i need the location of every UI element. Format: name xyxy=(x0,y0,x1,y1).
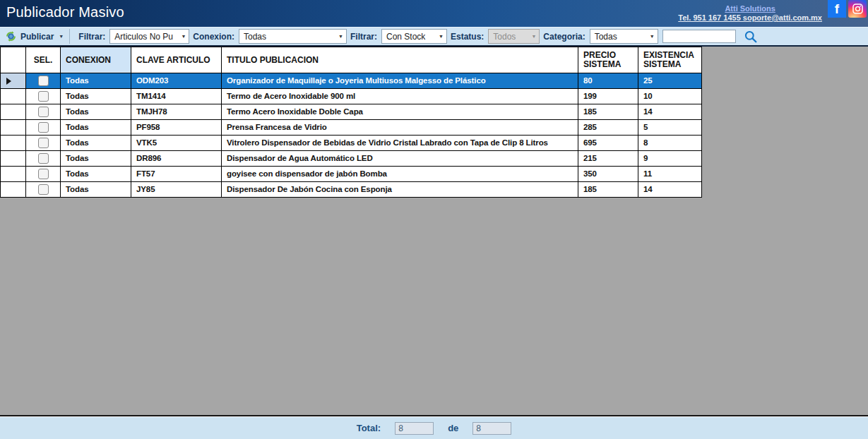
header-existencia-sistema[interactable]: EXISTENCIA SISTEMA xyxy=(638,47,702,73)
row-checkbox[interactable] xyxy=(38,138,49,148)
row-checkbox[interactable] xyxy=(38,169,49,179)
titlebar: Publicador Masivo Atti Solutions Tel. 95… xyxy=(0,0,868,27)
table-row[interactable]: TodasODM203Organizador de Maquillaje o J… xyxy=(1,73,702,89)
publish-button[interactable]: Publicar ▼ xyxy=(4,30,69,42)
row-select-cell[interactable] xyxy=(26,120,61,136)
cell-titulo-publicacion[interactable]: Termo Acero Inoxidable Doble Capa xyxy=(222,104,578,120)
total-count-field[interactable] xyxy=(395,422,434,435)
table-body: TodasODM203Organizador de Maquillaje o J… xyxy=(1,73,702,198)
row-indicator-cell xyxy=(1,120,26,136)
cell-existencia-sistema[interactable]: 11 xyxy=(638,167,702,182)
filter-stock-value: Con Stock xyxy=(386,32,425,42)
cell-precio-sistema[interactable]: 285 xyxy=(578,120,638,136)
cell-titulo-publicacion[interactable]: Prensa Francesa de Vidrio xyxy=(222,120,578,136)
cell-existencia-sistema[interactable]: 8 xyxy=(638,136,702,151)
category-label: Categoria: xyxy=(543,32,585,42)
category-select[interactable]: Todas ▼ xyxy=(590,29,658,44)
cell-precio-sistema[interactable]: 350 xyxy=(578,167,638,182)
search-input[interactable] xyxy=(662,30,736,43)
cell-titulo-publicacion[interactable]: Dispensador de Agua Automático LED xyxy=(222,151,578,167)
header-clave-articulo[interactable]: CLAVE ARTICULO xyxy=(131,47,222,73)
row-checkbox[interactable] xyxy=(38,122,49,133)
header-precio-sistema[interactable]: PRECIO SISTEMA xyxy=(578,47,638,73)
cell-precio-sistema[interactable]: 695 xyxy=(578,136,638,151)
cell-clave-articulo[interactable]: FT57 xyxy=(131,167,222,182)
company-link[interactable]: Atti Solutions xyxy=(678,4,822,13)
row-select-cell[interactable] xyxy=(26,104,61,120)
cell-existencia-sistema[interactable]: 14 xyxy=(638,104,702,120)
contact-link[interactable]: Tel. 951 167 1455 soporte@atti.com.mx xyxy=(678,13,822,23)
table-row[interactable]: TodasJY85Dispensador De Jabón Cocina con… xyxy=(1,182,702,198)
search-button[interactable] xyxy=(744,30,758,44)
toolbar-separator xyxy=(69,29,70,44)
row-select-cell[interactable] xyxy=(26,89,61,104)
chevron-down-icon: ▼ xyxy=(335,34,343,39)
row-checkbox[interactable] xyxy=(38,184,49,195)
instagram-camera-glyph xyxy=(852,4,863,14)
chevron-down-icon: ▼ xyxy=(646,34,655,39)
cell-conexion[interactable]: Todas xyxy=(61,136,131,151)
cell-clave-articulo[interactable]: DR896 xyxy=(131,151,222,167)
facebook-icon[interactable]: f xyxy=(828,0,846,18)
header-titulo-publicacion[interactable]: TITULO PUBLICACION xyxy=(222,47,578,73)
filter-articles-label: Filtrar: xyxy=(78,32,105,42)
table-row[interactable]: TodasPF958Prensa Francesa de Vidrio2855 xyxy=(1,120,702,136)
cell-titulo-publicacion[interactable]: Organizador de Maquillaje o Joyeria Mult… xyxy=(222,73,578,89)
cell-clave-articulo[interactable]: TM1414 xyxy=(131,89,222,104)
cell-existencia-sistema[interactable]: 25 xyxy=(638,73,702,89)
cell-precio-sistema[interactable]: 185 xyxy=(578,104,638,120)
row-indicator-cell xyxy=(1,73,26,89)
publish-sync-icon xyxy=(5,30,17,42)
table-row[interactable]: TodasVTK5Vitrolero Dispensador de Bebida… xyxy=(1,136,702,151)
cell-conexion[interactable]: Todas xyxy=(61,182,131,198)
cell-existencia-sistema[interactable]: 10 xyxy=(638,89,702,104)
social-icons: f xyxy=(828,0,867,18)
cell-existencia-sistema[interactable]: 9 xyxy=(638,151,702,167)
cell-clave-articulo[interactable]: JY85 xyxy=(131,182,222,198)
row-select-cell[interactable] xyxy=(26,151,61,167)
cell-conexion[interactable]: Todas xyxy=(61,89,131,104)
cell-titulo-publicacion[interactable]: goyisee con dispensador de jabón Bomba xyxy=(222,167,578,182)
chevron-down-icon: ▼ xyxy=(435,34,444,39)
row-checkbox[interactable] xyxy=(38,107,49,117)
filter-articles-select[interactable]: Articulos No Pu ▼ xyxy=(109,29,189,44)
cell-clave-articulo[interactable]: PF958 xyxy=(131,120,222,136)
header-conexion[interactable]: CONEXION xyxy=(61,47,131,73)
row-select-cell[interactable] xyxy=(26,167,61,182)
of-label: de xyxy=(448,423,458,433)
cell-clave-articulo[interactable]: TMJH78 xyxy=(131,104,222,120)
table-row[interactable]: TodasTM1414Termo de Acero Inoxidable 900… xyxy=(1,89,702,104)
row-checkbox[interactable] xyxy=(38,76,49,86)
cell-conexion[interactable]: Todas xyxy=(61,104,131,120)
cell-precio-sistema[interactable]: 215 xyxy=(578,151,638,167)
cell-precio-sistema[interactable]: 80 xyxy=(578,73,638,89)
row-select-cell[interactable] xyxy=(26,73,61,89)
row-checkbox[interactable] xyxy=(38,91,49,102)
cell-titulo-publicacion[interactable]: Termo de Acero Inoxidable 900 ml xyxy=(222,89,578,104)
filter-stock-select[interactable]: Con Stock ▼ xyxy=(381,29,447,44)
cell-titulo-publicacion[interactable]: Dispensador De Jabón Cocina con Esponja xyxy=(222,182,578,198)
row-select-cell[interactable] xyxy=(26,182,61,198)
cell-conexion[interactable]: Todas xyxy=(61,73,131,89)
instagram-icon[interactable] xyxy=(848,0,867,18)
cell-precio-sistema[interactable]: 185 xyxy=(578,182,638,198)
table-row[interactable]: TodasFT57goyisee con dispensador de jabó… xyxy=(1,167,702,182)
connection-select[interactable]: Todas ▼ xyxy=(239,29,347,44)
of-total-count-field[interactable] xyxy=(472,422,511,435)
row-select-cell[interactable] xyxy=(26,136,61,151)
filter-articles-value: Articulos No Pu xyxy=(114,32,173,42)
cell-clave-articulo[interactable]: ODM203 xyxy=(131,73,222,89)
cell-precio-sistema[interactable]: 199 xyxy=(578,89,638,104)
cell-existencia-sistema[interactable]: 14 xyxy=(638,182,702,198)
row-indicator-cell xyxy=(1,136,26,151)
header-sel[interactable]: SEL. xyxy=(26,47,61,73)
cell-conexion[interactable]: Todas xyxy=(61,167,131,182)
cell-clave-articulo[interactable]: VTK5 xyxy=(131,136,222,151)
cell-conexion[interactable]: Todas xyxy=(61,151,131,167)
cell-existencia-sistema[interactable]: 5 xyxy=(638,120,702,136)
table-row[interactable]: TodasDR896Dispensador de Agua Automático… xyxy=(1,151,702,167)
cell-titulo-publicacion[interactable]: Vitrolero Dispensador de Bebidas de Vidr… xyxy=(222,136,578,151)
table-row[interactable]: TodasTMJH78Termo Acero Inoxidable Doble … xyxy=(1,104,702,120)
row-checkbox[interactable] xyxy=(38,153,49,164)
cell-conexion[interactable]: Todas xyxy=(61,120,131,136)
